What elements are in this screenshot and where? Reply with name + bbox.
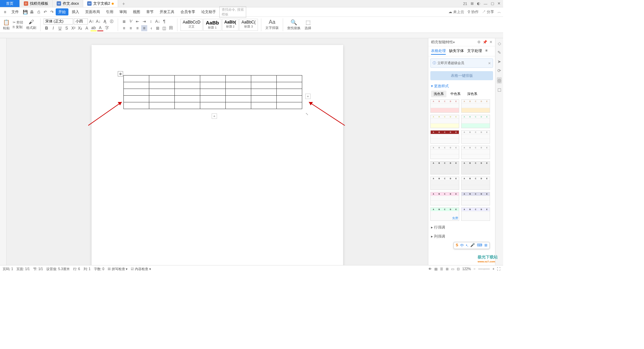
menu-vip[interactable]: 会员专享 xyxy=(178,8,198,15)
view-outline-icon[interactable]: ☰ xyxy=(440,267,443,271)
style-thumb[interactable]: ABCDE xyxy=(461,146,490,159)
bullets-icon[interactable]: ≣ xyxy=(121,18,127,24)
tab-templates[interactable]: D找稻壳模板 xyxy=(20,0,53,7)
ime-lang[interactable]: 中 xyxy=(460,243,464,248)
tab-table[interactable]: 表格处理 xyxy=(431,48,446,55)
save-icon[interactable]: 💾 xyxy=(22,9,28,15)
tab-add[interactable]: + xyxy=(118,0,129,7)
style-thumb[interactable]: ABCDE xyxy=(430,115,459,128)
colortab-light[interactable]: 浅色系 xyxy=(431,91,446,97)
document-table[interactable] xyxy=(123,75,302,109)
colortab-mid[interactable]: 中色系 xyxy=(448,91,463,97)
view-read-icon[interactable]: ▭ xyxy=(451,267,454,271)
font-size[interactable] xyxy=(74,18,88,24)
ime-kbd-icon[interactable]: ⌨ xyxy=(477,243,482,248)
style-thumb[interactable]: ABCDE xyxy=(461,177,490,190)
circle-text-icon[interactable]: ㊣ xyxy=(109,18,115,24)
colortab-dark[interactable]: 深色系 xyxy=(465,91,480,97)
status-section[interactable]: 节: 1/1 xyxy=(33,267,43,271)
zoom-slider[interactable]: ──○── xyxy=(478,267,490,271)
rail-cursor-icon[interactable]: ➤ xyxy=(497,59,501,64)
copy-button[interactable]: ⎘ 复制 xyxy=(13,25,23,30)
rail-doc-icon[interactable]: ☐ xyxy=(497,88,501,93)
menu-insert[interactable]: 插入 xyxy=(69,8,82,15)
align-left-icon[interactable]: ≡ xyxy=(121,25,127,31)
style-thumb[interactable]: ABCDE免费 xyxy=(430,207,459,221)
style-thumb[interactable]: ABCDE xyxy=(430,177,459,190)
highlight-button[interactable]: ab xyxy=(91,25,97,31)
style-thumb[interactable]: ABCDE xyxy=(430,130,459,144)
style-thumb[interactable]: ABCDE xyxy=(461,115,490,128)
apps-icon[interactable]: ⊞ xyxy=(471,1,474,6)
format-brush[interactable]: 🖌格式刷 xyxy=(25,19,37,30)
rail-pen-icon[interactable]: ✎ xyxy=(497,50,501,55)
clear-format-icon[interactable]: Ą xyxy=(102,18,108,24)
gear-icon[interactable]: ⚙ xyxy=(477,40,481,44)
cloud-status[interactable]: ☁ 未上云 xyxy=(448,9,464,14)
user-icon[interactable]: ◐ xyxy=(477,1,480,6)
linespace-icon[interactable]: ↕ xyxy=(148,18,154,24)
style-thumb[interactable]: ABCDE xyxy=(461,192,490,205)
add-row-button[interactable]: + xyxy=(212,113,217,119)
tab-doc2[interactable]: W文字文稿2 xyxy=(83,0,118,7)
command-search[interactable]: 查找命令, 搜索模板 xyxy=(219,6,246,18)
style-h3[interactable]: AaBbC(标题 3 xyxy=(239,19,258,31)
menu-thesis[interactable]: 论文助手 xyxy=(199,8,219,15)
cell-margin-icon[interactable]: ⊞ xyxy=(155,25,161,31)
share-button[interactable]: ↗ 分享 xyxy=(482,9,494,14)
style-thumb[interactable]: ABCDE xyxy=(430,192,459,205)
style-h1[interactable]: AaBb标题 1 xyxy=(203,19,221,31)
grow-font-icon[interactable]: A↑ xyxy=(89,18,95,24)
menu-section[interactable]: 章节 xyxy=(144,8,156,15)
select-button[interactable]: ⬚选择 xyxy=(304,19,312,31)
zoom-out-icon[interactable]: − xyxy=(474,267,476,271)
shading-icon[interactable]: ◫ xyxy=(161,25,167,31)
rail-style-icon[interactable]: ◇ xyxy=(498,41,501,46)
menu-ref[interactable]: 引用 xyxy=(103,8,116,15)
status-pages[interactable]: 页面: 1/1 xyxy=(16,267,30,271)
align-center-icon[interactable]: ≡ xyxy=(128,25,134,31)
shrink-font-icon[interactable]: A↓ xyxy=(95,18,101,24)
ime-logo-icon[interactable]: S xyxy=(456,243,458,248)
ime-grid-icon[interactable]: ⊞ xyxy=(484,243,487,248)
italic-button[interactable]: I xyxy=(50,25,56,31)
tab-home[interactable]: 首页 xyxy=(0,0,20,7)
tab-text[interactable]: 文字处理 xyxy=(467,48,482,55)
resize-handle-icon[interactable]: ⤡ xyxy=(306,112,308,116)
style-thumb[interactable]: ABCDE xyxy=(461,207,490,221)
style-thumb[interactable]: ABCDE xyxy=(461,99,490,113)
collapse-icon[interactable]: ︿ xyxy=(497,9,501,14)
minimize-icon[interactable]: — xyxy=(484,2,487,6)
phonetic-button[interactable]: 字 xyxy=(104,25,110,31)
zoom-in-icon[interactable]: + xyxy=(492,267,494,271)
style-thumb[interactable]: ABCDE xyxy=(461,161,490,174)
menu-layout[interactable]: 页面布局 xyxy=(83,8,103,15)
section-row-emph[interactable]: ▸ 行强调 xyxy=(428,223,495,232)
rail-settings-icon[interactable]: ◎ xyxy=(497,77,502,84)
pin-icon[interactable]: 📌 xyxy=(483,40,487,44)
outdent-icon[interactable]: ⇤ xyxy=(135,18,141,24)
view-page-icon[interactable]: ▤ xyxy=(434,267,437,271)
style-thumb[interactable]: ABCDE xyxy=(430,161,459,174)
font-color-button[interactable]: A xyxy=(97,25,103,31)
redo-icon[interactable]: ↷ xyxy=(49,9,55,15)
section-col-emph[interactable]: ▸ 列强调 xyxy=(428,232,495,241)
close-tip-icon[interactable]: ✕ xyxy=(488,61,491,65)
sort-icon[interactable]: A↓ xyxy=(155,18,161,24)
style-thumb[interactable]: ABCDE xyxy=(430,99,459,113)
status-row[interactable]: 行: 6 xyxy=(73,267,80,271)
status-content[interactable]: ☑ 内容检查 ▾ xyxy=(131,267,151,271)
close-panel-icon[interactable]: ✕ xyxy=(489,40,492,44)
bold-button[interactable]: B xyxy=(44,25,50,31)
text-layout[interactable]: Aa文字排版 xyxy=(264,19,280,30)
marks-icon[interactable]: ¶ xyxy=(161,18,167,24)
auto-layout-button[interactable]: 表格一键排版 xyxy=(430,71,493,80)
maximize-icon[interactable]: ▢ xyxy=(491,1,494,6)
numbering-icon[interactable]: ⅟ xyxy=(128,18,134,24)
status-page-num[interactable]: 页码: 1 xyxy=(3,267,13,271)
menu-dev[interactable]: 开发工具 xyxy=(157,8,177,15)
paste-button[interactable]: 📋粘贴 xyxy=(2,19,11,31)
tab-fonts[interactable]: 缺失字体 xyxy=(449,48,464,55)
menu-file[interactable]: 文件 xyxy=(9,8,21,15)
ime-punct-icon[interactable]: •, xyxy=(466,243,468,248)
